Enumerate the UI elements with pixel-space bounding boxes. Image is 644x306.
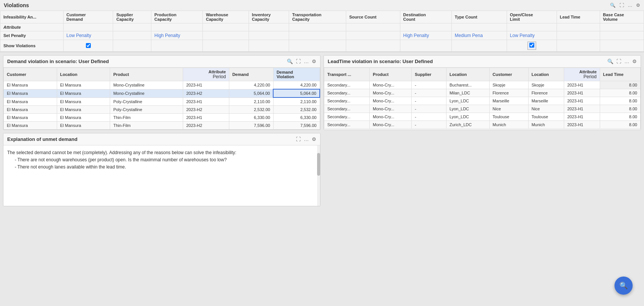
col-transportation-capacity: TransportationCapacity (289, 11, 346, 23)
leadtime-panel-title: LeadTime violation in scenario: User Def… (328, 59, 433, 64)
scrollbar-track (317, 145, 320, 206)
col-production-capacity: ProductionCapacity (151, 11, 203, 23)
lt-col-transport: Transport ... (324, 68, 370, 81)
explanation-reason-1: - There are not enough warehouses (per p… (7, 156, 316, 164)
lt-col-supplier: Supplier (412, 68, 446, 81)
lt-row-1: Secondary... Mono-Cry... - Bucharest... … (324, 81, 641, 89)
col-open-close-limit: Open/CloseLimit (507, 11, 557, 23)
leadtime-table: Transport ... Product Supplier Location … (324, 68, 641, 129)
lt-col-cust-location: Location (528, 68, 564, 81)
col-source-count: Source Count (346, 11, 400, 23)
set-penalty-customer-demand[interactable]: Low Penalty (67, 33, 91, 38)
demand-col-product: Product (110, 68, 183, 81)
demand-col-location: Location (57, 68, 110, 81)
fab-search-button[interactable]: 🔍 (614, 277, 633, 295)
show-violations-open-close-wrap (527, 42, 536, 50)
attribute-row: Attribute (0, 23, 644, 31)
explanation-panel: Explanation of unmet demand ⛶ … ⚙ The se… (3, 133, 320, 206)
lt-col-lead-time: Lead Time (600, 68, 640, 81)
col-lead-time: Lead Time (557, 11, 600, 23)
col-inventory-capacity: InventoryCapacity (249, 11, 289, 23)
demand-more-icon[interactable]: … (304, 59, 309, 64)
scrollbar-thumb[interactable] (317, 153, 320, 176)
demand-row-5: El Mansura El Mansura Thin-Film 2023-H1 … (4, 114, 320, 122)
main-content: Demand violation in scenario: User Defin… (0, 52, 644, 209)
lt-row-5: Secondary... Mono-Cry... - Lyon_LDC Toul… (324, 113, 641, 121)
demand-row-4: El Mansura El Mansura Poly-Crystalline 2… (4, 106, 320, 114)
demand-col-demand: Demand (229, 68, 273, 81)
leadtime-panel-icons: 🔍 ⛶ … ⚙ (607, 59, 637, 64)
demand-search-icon[interactable]: 🔍 (287, 59, 293, 64)
demand-row-6: El Mansura El Mansura Thin-Film 2023-H2 … (4, 122, 320, 130)
settings-icon[interactable]: ⚙ (636, 3, 640, 8)
demand-row-1: El Mansura El Mansura Mono-Crystalline 2… (4, 81, 320, 90)
show-violations-row: Show Violations (0, 40, 644, 52)
explanation-text: The selected demand cannot be met (compl… (7, 149, 316, 156)
violations-title: Violations (4, 2, 29, 8)
lt-col-product: Product (370, 68, 412, 81)
search-icon[interactable]: 🔍 (610, 3, 616, 8)
violations-panel: Violations 🔍 ⛶ … ⚙ Infeasibility An... C… (0, 0, 644, 52)
attribute-label: Attribute (0, 23, 64, 31)
col-type-count: Type Count (451, 11, 507, 23)
explanation-reason-2: - There not enough lanes available withi… (7, 164, 316, 171)
demand-row-2: El Mansura El Mansura Mono-Crystalline 2… (4, 89, 320, 97)
col-destination-count: DestinationCount (400, 11, 451, 23)
demand-col-customer: Customer (4, 68, 57, 81)
lt-col-customer: Customer (489, 68, 528, 81)
demand-expand-icon[interactable]: ⛶ (296, 59, 301, 64)
violations-header-icons: 🔍 ⛶ … ⚙ (610, 3, 640, 8)
demand-table: Customer Location Product AttributePerio… (3, 68, 320, 130)
set-penalty-open-close[interactable]: Low Penalty (510, 33, 535, 38)
col-infeasibility: Infeasibility An... (0, 11, 64, 23)
demand-panel: Demand violation in scenario: User Defin… (3, 55, 320, 130)
demand-settings-icon[interactable]: ⚙ (312, 59, 316, 64)
lt-row-6: Secondary... Mono-Cry... - Zurich_LDC Mu… (324, 121, 641, 129)
demand-panel-title: Demand violation in scenario: User Defin… (7, 59, 109, 64)
show-violations-customer-demand[interactable] (86, 43, 91, 48)
explanation-panel-title: Explanation of unmet demand (7, 136, 78, 142)
set-penalty-production[interactable]: High Penalty (154, 33, 180, 38)
lt-row-2: Secondary... Mono-Cry... - Milan_LDC Flo… (324, 89, 641, 97)
lt-row-4: Secondary... Mono-Cry... - Lyon_LDC Nice… (324, 105, 641, 113)
col-warehouse-capacity: WarehouseCapacity (203, 11, 249, 23)
col-customer-demand: CustomerDemand (63, 11, 113, 23)
col-supplier-capacity: SupplierCapacity (113, 11, 151, 23)
explanation-panel-header: Explanation of unmet demand ⛶ … ⚙ (3, 133, 320, 145)
fab-search-icon: 🔍 (619, 281, 628, 290)
demand-col-violation: DemandViolation (273, 68, 320, 81)
explanation-expand-icon[interactable]: ⛶ (296, 136, 301, 142)
explanation-body: The selected demand cannot be met (compl… (3, 145, 320, 206)
set-penalty-row: Set Penalty Low Penalty High Penalty Hig… (0, 31, 644, 40)
explanation-more-icon[interactable]: … (304, 136, 309, 142)
show-violations-open-close[interactable] (529, 43, 534, 48)
set-penalty-destination[interactable]: High Penalty (403, 33, 429, 38)
leadtime-panel: LeadTime violation in scenario: User Def… (324, 55, 641, 130)
lt-col-location: Location (446, 68, 489, 81)
set-penalty-type-count[interactable]: Medium Pena (455, 33, 483, 38)
violations-table: Infeasibility An... CustomerDemand Suppl… (0, 11, 644, 52)
more-icon[interactable]: … (628, 3, 632, 8)
demand-panel-icons: 🔍 ⛶ … ⚙ (287, 59, 316, 64)
leadtime-panel-header: LeadTime violation in scenario: User Def… (324, 56, 641, 68)
demand-col-attribute: AttributePeriod (183, 68, 229, 81)
leadtime-settings-icon[interactable]: ⚙ (632, 59, 637, 64)
explanation-panel-icons: ⛶ … ⚙ (296, 136, 316, 142)
lt-col-attribute: AttributePeriod (564, 68, 600, 81)
leadtime-more-icon[interactable]: … (624, 59, 629, 64)
col-base-case-volume: Base CaseVolume (600, 11, 644, 23)
leadtime-expand-icon[interactable]: ⛶ (616, 59, 621, 64)
violations-header: Violations 🔍 ⛶ … ⚙ (0, 0, 644, 11)
expand-icon[interactable]: ⛶ (619, 3, 624, 8)
demand-panel-header: Demand violation in scenario: User Defin… (3, 56, 320, 68)
leadtime-search-icon[interactable]: 🔍 (607, 59, 613, 64)
demand-row-3: El Mansura El Mansura Poly-Crystalline 2… (4, 97, 320, 106)
lt-row-3: Secondary... Mono-Cry... - Lyon_LDC Mars… (324, 97, 641, 105)
explanation-settings-icon[interactable]: ⚙ (312, 136, 316, 142)
